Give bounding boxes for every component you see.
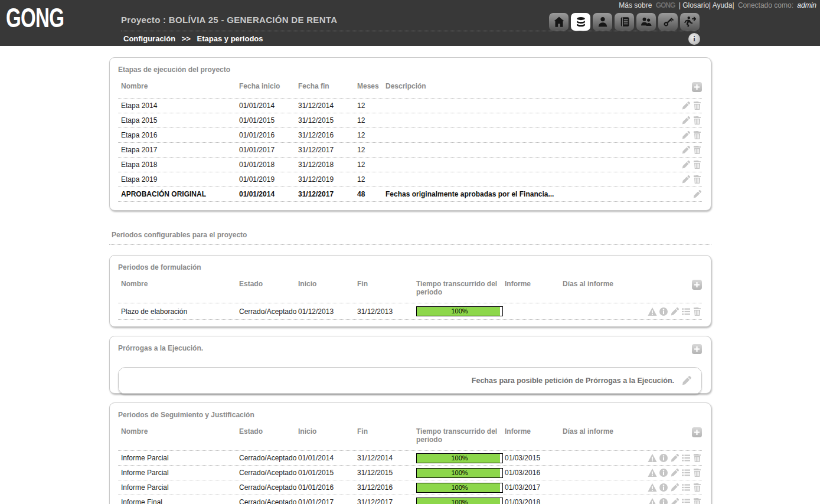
warning-icon[interactable] (648, 483, 657, 492)
col-header-nombre: Nombre (121, 280, 239, 288)
etapas-header-row: Nombre Fecha inicio Fecha fin Meses Desc… (118, 82, 702, 99)
prorrogas-panel: Prórrogas a la Ejecución. Fechas para po… (109, 336, 711, 394)
list-icon[interactable] (681, 307, 691, 316)
cell-informe: 01/03/2017 (505, 483, 563, 492)
edit-pencil-icon[interactable] (670, 307, 679, 316)
cell-estado: Cerrado/Aceptado (239, 483, 298, 492)
key-icon (662, 16, 674, 28)
add-periodo-button[interactable] (692, 280, 702, 290)
breadcrumb-page[interactable]: Etapas y periodos (197, 34, 263, 43)
warning-icon[interactable] (648, 307, 657, 316)
col-header-fecha-fin: Fecha fin (298, 82, 357, 90)
progress-label: 100% (417, 454, 502, 463)
info-icon[interactable] (659, 453, 668, 463)
progress-label: 100% (417, 307, 502, 316)
cell-nombre: Plazo de elaboración (121, 307, 239, 316)
brand-text[interactable]: GONG (656, 1, 675, 9)
cell-inicio: 01/12/2013 (298, 307, 357, 316)
nav-permissions-button[interactable] (658, 13, 678, 31)
edit-pencil-icon[interactable] (681, 375, 692, 386)
more-about-link[interactable]: Más sobre (619, 1, 652, 9)
edit-pencil-icon[interactable] (670, 468, 679, 477)
list-icon[interactable] (681, 453, 691, 463)
edit-pencil-icon[interactable] (681, 130, 691, 140)
edit-pencil-icon[interactable] (670, 483, 679, 492)
delete-trash-icon[interactable] (692, 116, 702, 125)
progress-label: 100% (417, 498, 502, 504)
cell-nombre: APROBACIÓN ORIGINAL (121, 190, 239, 198)
nav-users-group-button[interactable] (636, 13, 656, 31)
edit-pencil-icon[interactable] (670, 453, 679, 463)
info-icon[interactable] (659, 498, 668, 504)
delete-trash-icon[interactable] (692, 498, 702, 504)
list-icon[interactable] (681, 498, 691, 504)
add-prorroga-button[interactable] (692, 344, 702, 354)
breadcrumb-separator: >> (182, 34, 191, 43)
delete-trash-icon[interactable] (692, 130, 702, 140)
col-header-estado: Estado (239, 427, 298, 436)
main-nav (549, 13, 700, 31)
add-periodo-button[interactable] (692, 427, 702, 437)
current-user: admin (797, 1, 816, 9)
notebook-icon (619, 16, 630, 28)
edit-pencil-icon[interactable] (681, 145, 691, 155)
list-icon[interactable] (681, 468, 691, 477)
nav-notebook-button[interactable] (615, 13, 634, 31)
nav-logout-button[interactable] (680, 13, 700, 31)
nav-projects-button[interactable] (571, 13, 590, 31)
plus-icon (694, 84, 700, 90)
progress-bar: 100% (416, 498, 503, 504)
info-icon[interactable] (659, 483, 668, 492)
cell-estado: Cerrado/Aceptado (239, 469, 298, 477)
table-row: Etapa 2018 01/01/2018 31/12/2018 12 (118, 158, 702, 172)
cell-meses: 12 (357, 146, 386, 154)
prorrogas-panel-title: Prórrogas a la Ejecución. (118, 344, 203, 352)
nav-user-button[interactable] (593, 13, 612, 31)
warning-icon[interactable] (648, 498, 657, 504)
cell-inicio: 01/01/2014 (298, 454, 357, 462)
edit-pencil-icon[interactable] (681, 101, 691, 110)
col-header-fecha-inicio: Fecha inicio (239, 82, 298, 90)
cell-fecha-inicio: 01/01/2015 (239, 116, 298, 125)
delete-trash-icon[interactable] (692, 160, 702, 169)
formulacion-panel: Periodos de formulación Nombre Estado In… (109, 255, 711, 327)
delete-trash-icon[interactable] (692, 175, 702, 184)
warning-icon[interactable] (648, 468, 657, 477)
progress-bar: 100% (416, 483, 503, 493)
info-icon[interactable] (659, 468, 668, 477)
edit-pencil-icon[interactable] (670, 498, 679, 504)
cell-estado: Cerrado/Aceptado (239, 454, 298, 462)
edit-pencil-icon[interactable] (681, 160, 691, 169)
cell-fecha-inicio: 01/01/2014 (239, 102, 298, 110)
info-circle-icon[interactable]: i (688, 33, 700, 45)
edit-pencil-icon[interactable] (681, 175, 691, 184)
delete-trash-icon[interactable] (692, 145, 702, 155)
cell-informe: 01/03/2018 (505, 498, 563, 504)
breadcrumb-section[interactable]: Configuración (123, 34, 175, 43)
col-header-meses: Meses (357, 82, 386, 90)
edit-pencil-icon[interactable] (681, 116, 691, 125)
progress-label: 100% (417, 483, 502, 492)
nav-home-button[interactable] (549, 13, 569, 31)
delete-trash-icon[interactable] (692, 101, 702, 110)
cell-nombre: Informe Final (121, 498, 239, 504)
progress-bar: 100% (416, 468, 503, 478)
cell-fecha-inicio: 01/01/2016 (239, 131, 298, 139)
delete-trash-icon[interactable] (692, 307, 702, 316)
cell-nombre: Informe Parcial (121, 454, 239, 462)
cell-inicio: 01/01/2017 (298, 498, 357, 504)
edit-pencil-icon[interactable] (692, 189, 702, 199)
delete-trash-icon[interactable] (692, 483, 702, 492)
col-header-informe: Informe (505, 427, 563, 436)
cell-meses: 12 (357, 175, 386, 184)
glosario-ayuda-links[interactable]: | Glosario| Ayuda| (679, 1, 734, 9)
info-icon[interactable] (659, 307, 668, 316)
gong-logo: GONG (6, 2, 64, 33)
add-etapa-button[interactable] (692, 82, 702, 92)
delete-trash-icon[interactable] (692, 468, 702, 477)
delete-trash-icon[interactable] (692, 453, 702, 463)
col-header-nombre: Nombre (121, 82, 239, 90)
header-divider (121, 31, 700, 31)
warning-icon[interactable] (648, 453, 657, 463)
list-icon[interactable] (681, 483, 691, 492)
